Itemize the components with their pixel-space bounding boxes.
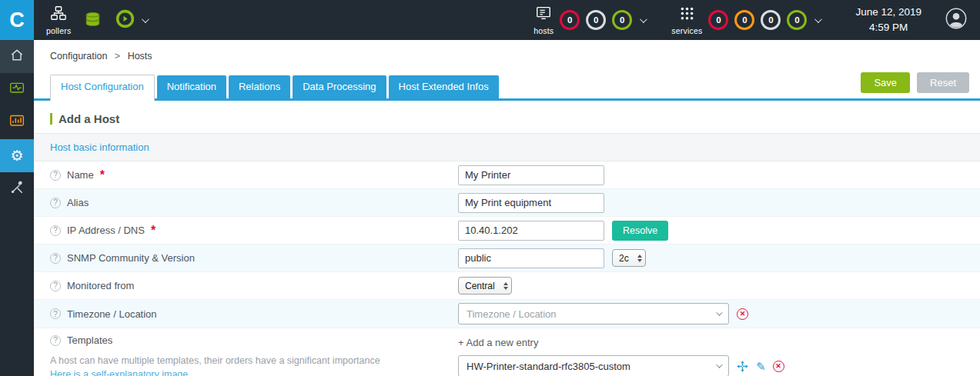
- save-button[interactable]: Save: [861, 72, 910, 93]
- templates-help-link[interactable]: Here is a self-explanatory image.: [50, 369, 191, 376]
- host-form: Host basic information ? Name * ? Alias: [34, 133, 980, 376]
- services-status-group: services 0 0 0 0: [671, 5, 820, 35]
- breadcrumb-configuration[interactable]: Configuration: [50, 51, 107, 62]
- chevron-down-icon[interactable]: [640, 15, 647, 23]
- chevron-down-icon: [716, 361, 722, 368]
- sidebar-item-monitoring[interactable]: [0, 73, 34, 106]
- sidebar-item-reporting[interactable]: [0, 106, 34, 139]
- topbar: C pollers hosts 0 0 0: [0, 0, 980, 40]
- bar-chart-icon: [9, 114, 25, 132]
- hosts-status-group: hosts 0 0 0: [533, 5, 645, 35]
- tab-data-processing[interactable]: Data Processing: [293, 75, 386, 98]
- tab-bar: Host Configuration Notification Relation…: [34, 63, 980, 101]
- section-title-text: Host basic information: [50, 141, 149, 153]
- page-title: Add a Host: [50, 112, 980, 125]
- service-unknown-counter[interactable]: 0: [761, 10, 781, 30]
- chevron-down-icon: [142, 15, 149, 23]
- main-content: Configuration > Hosts Host Configuration…: [34, 40, 980, 376]
- templates-help-text: A host can have multiple templates, thei…: [50, 354, 458, 367]
- tab-host-extended-infos[interactable]: Host Extended Infos: [389, 75, 499, 98]
- delete-template-icon[interactable]: ✕: [773, 361, 784, 372]
- chevron-down-icon: [716, 309, 722, 315]
- centreon-logo[interactable]: C: [0, 0, 34, 40]
- form-row-templates: ? Templates A host can have multiple tem…: [34, 328, 980, 376]
- sidebar: ⚙: [0, 40, 34, 376]
- snmp-label: SNMP Community & Version: [67, 252, 195, 264]
- form-row-ip-address: ? IP Address / DNS * Resolve: [34, 217, 980, 245]
- snmp-version-value: 2c: [619, 253, 629, 264]
- services-menu[interactable]: services: [671, 5, 702, 35]
- help-icon[interactable]: ?: [50, 225, 61, 236]
- help-icon[interactable]: ?: [50, 198, 61, 208]
- gear-icon: ⚙: [10, 148, 23, 163]
- pollers-label: pollers: [46, 26, 71, 35]
- alias-input[interactable]: [458, 193, 604, 213]
- hosts-menu[interactable]: hosts: [533, 5, 554, 35]
- clock-time: 4:59 PM: [855, 20, 921, 35]
- tools-icon: [9, 180, 25, 198]
- help-icon[interactable]: ?: [50, 170, 61, 181]
- pollers-status-menu[interactable]: pollers: [46, 5, 71, 35]
- title-accent-bar: [50, 113, 52, 125]
- host-down-counter[interactable]: 0: [560, 10, 580, 30]
- ip-address-input[interactable]: [458, 221, 604, 241]
- resolve-button[interactable]: Resolve: [612, 221, 668, 241]
- sidebar-item-home[interactable]: [0, 40, 34, 73]
- help-icon[interactable]: ?: [50, 335, 61, 346]
- help-icon[interactable]: ?: [50, 253, 61, 264]
- monitored-from-select[interactable]: Central: [458, 277, 512, 294]
- home-icon: [9, 48, 25, 66]
- add-template-entry-link[interactable]: + Add a new entry: [458, 337, 969, 348]
- host-unreachable-counter[interactable]: 0: [586, 10, 606, 30]
- host-up-counter[interactable]: 0: [612, 10, 632, 30]
- template-select[interactable]: HW-Printer-standard-rfc3805-custom: [458, 355, 729, 376]
- edit-template-icon[interactable]: ✎: [756, 361, 766, 372]
- breadcrumb-hosts[interactable]: Hosts: [128, 51, 152, 62]
- snmp-community-input[interactable]: [458, 248, 604, 268]
- page-title-text: Add a Host: [59, 112, 119, 125]
- hosts-label: hosts: [533, 26, 554, 35]
- name-label: Name: [67, 169, 94, 181]
- sidebar-item-administration[interactable]: [0, 172, 34, 205]
- chevron-down-icon[interactable]: [814, 15, 822, 23]
- user-profile-button[interactable]: [945, 7, 968, 33]
- hosts-icon: [535, 5, 552, 25]
- alias-label: Alias: [67, 197, 89, 208]
- required-asterisk: *: [151, 224, 156, 238]
- help-icon[interactable]: ?: [50, 308, 61, 319]
- clock: June 12, 2019 4:59 PM: [855, 5, 921, 35]
- services-icon: [679, 5, 695, 25]
- timezone-placeholder: Timezone / Location: [467, 308, 557, 320]
- clear-timezone-icon[interactable]: ✕: [737, 308, 748, 320]
- database-status-icon[interactable]: [83, 11, 102, 30]
- reset-button[interactable]: Reset: [917, 72, 969, 93]
- form-row-name: ? Name *: [34, 161, 980, 189]
- tab-host-configuration[interactable]: Host Configuration: [50, 75, 155, 101]
- tab-notification[interactable]: Notification: [157, 75, 226, 98]
- tab-relations[interactable]: Relations: [229, 75, 290, 98]
- template-select-value: HW-Printer-standard-rfc3805-custom: [467, 361, 630, 372]
- export-configuration-menu[interactable]: [115, 8, 147, 32]
- service-critical-counter[interactable]: 0: [708, 10, 728, 30]
- form-row-timezone: ? Timezone / Location Timezone / Locatio…: [34, 300, 980, 328]
- monitored-from-label: Monitored from: [67, 280, 134, 291]
- clock-date: June 12, 2019: [855, 5, 921, 20]
- services-label: services: [671, 26, 702, 35]
- snmp-version-select[interactable]: 2c: [612, 249, 646, 267]
- templates-label: Templates: [67, 334, 112, 346]
- service-warning-counter[interactable]: 0: [734, 10, 754, 30]
- timezone-select[interactable]: Timezone / Location: [458, 303, 729, 324]
- name-input[interactable]: [458, 165, 604, 185]
- help-icon[interactable]: ?: [50, 281, 61, 291]
- sidebar-item-configuration[interactable]: ⚙: [0, 139, 34, 172]
- form-row-monitored-from: ? Monitored from Central: [34, 272, 980, 300]
- pollers-icon: [50, 5, 67, 25]
- breadcrumb-separator: >: [115, 51, 120, 62]
- form-actions: Save Reset: [861, 72, 969, 98]
- section-host-basic-information: Host basic information: [34, 133, 980, 161]
- breadcrumb: Configuration > Hosts: [34, 40, 980, 62]
- ip-address-label: IP Address / DNS: [67, 225, 145, 236]
- required-asterisk: *: [100, 168, 105, 182]
- move-template-icon[interactable]: [736, 360, 749, 373]
- service-ok-counter[interactable]: 0: [787, 10, 807, 30]
